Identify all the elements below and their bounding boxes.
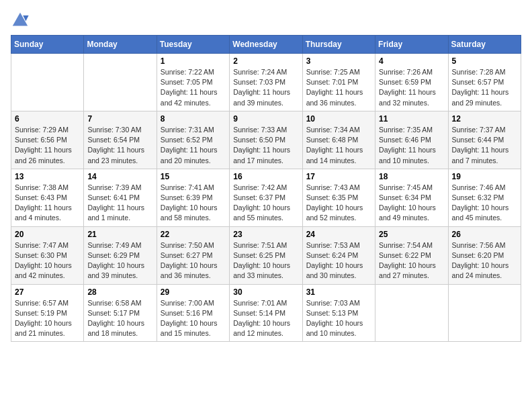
day-detail: Sunrise: 7:37 AM Sunset: 6:44 PM Dayligh… bbox=[452, 125, 517, 166]
calendar-cell: 27Sunrise: 6:57 AM Sunset: 5:19 PM Dayli… bbox=[11, 284, 84, 342]
calendar-cell: 7Sunrise: 7:30 AM Sunset: 6:54 PM Daylig… bbox=[84, 111, 157, 169]
day-number: 11 bbox=[379, 114, 444, 124]
day-number: 13 bbox=[15, 172, 80, 181]
logo-icon bbox=[11, 11, 30, 30]
day-detail: Sunrise: 6:57 AM Sunset: 5:19 PM Dayligh… bbox=[15, 298, 80, 339]
day-detail: Sunrise: 7:34 AM Sunset: 6:48 PM Dayligh… bbox=[306, 125, 371, 166]
calendar-week-row: 6Sunrise: 7:29 AM Sunset: 6:56 PM Daylig… bbox=[11, 111, 521, 169]
calendar-cell: 6Sunrise: 7:29 AM Sunset: 6:56 PM Daylig… bbox=[11, 111, 84, 169]
calendar-cell: 23Sunrise: 7:51 AM Sunset: 6:25 PM Dayli… bbox=[230, 226, 302, 284]
day-number: 28 bbox=[87, 287, 152, 297]
calendar-cell: 15Sunrise: 7:41 AM Sunset: 6:39 PM Dayli… bbox=[157, 169, 229, 226]
calendar-cell: 26Sunrise: 7:56 AM Sunset: 6:20 PM Dayli… bbox=[448, 226, 521, 284]
day-number: 16 bbox=[233, 172, 298, 181]
calendar-header-row: SundayMondayTuesdayWednesdayThursdayFrid… bbox=[11, 36, 521, 54]
calendar-cell: 28Sunrise: 6:58 AM Sunset: 5:17 PM Dayli… bbox=[84, 284, 157, 342]
calendar-header-tuesday: Tuesday bbox=[157, 36, 229, 54]
calendar-header-saturday: Saturday bbox=[448, 36, 521, 54]
day-detail: Sunrise: 7:28 AM Sunset: 6:57 PM Dayligh… bbox=[452, 67, 517, 108]
day-number: 6 bbox=[15, 114, 80, 124]
calendar-header-wednesday: Wednesday bbox=[230, 36, 302, 54]
day-detail: Sunrise: 7:50 AM Sunset: 6:27 PM Dayligh… bbox=[161, 240, 226, 281]
day-number: 22 bbox=[161, 230, 226, 239]
day-number: 17 bbox=[306, 172, 371, 181]
day-number: 7 bbox=[87, 114, 152, 124]
calendar-cell bbox=[375, 284, 448, 342]
calendar-cell: 9Sunrise: 7:33 AM Sunset: 6:50 PM Daylig… bbox=[230, 111, 302, 169]
day-detail: Sunrise: 7:56 AM Sunset: 6:20 PM Dayligh… bbox=[452, 240, 517, 281]
calendar-cell: 25Sunrise: 7:54 AM Sunset: 6:22 PM Dayli… bbox=[375, 226, 448, 284]
day-number: 14 bbox=[87, 172, 152, 181]
day-number: 9 bbox=[233, 114, 298, 124]
calendar-week-row: 1Sunrise: 7:22 AM Sunset: 7:05 PM Daylig… bbox=[11, 54, 521, 111]
day-detail: Sunrise: 7:53 AM Sunset: 6:24 PM Dayligh… bbox=[306, 240, 371, 281]
day-number: 27 bbox=[15, 287, 80, 297]
day-number: 19 bbox=[452, 172, 517, 181]
day-number: 20 bbox=[15, 230, 80, 239]
day-number: 23 bbox=[233, 230, 298, 239]
calendar-cell: 5Sunrise: 7:28 AM Sunset: 6:57 PM Daylig… bbox=[448, 54, 521, 111]
calendar-cell bbox=[84, 54, 157, 111]
calendar-cell: 22Sunrise: 7:50 AM Sunset: 6:27 PM Dayli… bbox=[157, 226, 229, 284]
day-number: 25 bbox=[379, 230, 444, 239]
calendar-cell: 24Sunrise: 7:53 AM Sunset: 6:24 PM Dayli… bbox=[302, 226, 375, 284]
day-detail: Sunrise: 7:29 AM Sunset: 6:56 PM Dayligh… bbox=[15, 125, 80, 166]
calendar-table: SundayMondayTuesdayWednesdayThursdayFrid… bbox=[11, 35, 521, 342]
day-detail: Sunrise: 6:58 AM Sunset: 5:17 PM Dayligh… bbox=[87, 298, 152, 339]
calendar-header-monday: Monday bbox=[84, 36, 157, 54]
day-detail: Sunrise: 7:35 AM Sunset: 6:46 PM Dayligh… bbox=[379, 125, 444, 166]
day-detail: Sunrise: 7:33 AM Sunset: 6:50 PM Dayligh… bbox=[233, 125, 298, 166]
calendar-cell: 31Sunrise: 7:03 AM Sunset: 5:13 PM Dayli… bbox=[302, 284, 375, 342]
day-number: 18 bbox=[379, 172, 444, 181]
day-number: 29 bbox=[161, 287, 226, 297]
day-number: 26 bbox=[452, 230, 517, 239]
day-detail: Sunrise: 7:47 AM Sunset: 6:30 PM Dayligh… bbox=[15, 240, 80, 281]
logo bbox=[11, 11, 31, 30]
calendar-cell: 1Sunrise: 7:22 AM Sunset: 7:05 PM Daylig… bbox=[157, 54, 229, 111]
day-detail: Sunrise: 7:38 AM Sunset: 6:43 PM Dayligh… bbox=[15, 183, 80, 224]
day-number: 4 bbox=[379, 56, 444, 66]
calendar-cell: 3Sunrise: 7:25 AM Sunset: 7:01 PM Daylig… bbox=[302, 54, 375, 111]
calendar-header-thursday: Thursday bbox=[302, 36, 375, 54]
calendar-cell: 12Sunrise: 7:37 AM Sunset: 6:44 PM Dayli… bbox=[448, 111, 521, 169]
day-detail: Sunrise: 7:25 AM Sunset: 7:01 PM Dayligh… bbox=[306, 67, 371, 108]
day-detail: Sunrise: 7:00 AM Sunset: 5:16 PM Dayligh… bbox=[161, 298, 226, 339]
day-detail: Sunrise: 7:41 AM Sunset: 6:39 PM Dayligh… bbox=[161, 183, 226, 224]
day-detail: Sunrise: 7:24 AM Sunset: 7:03 PM Dayligh… bbox=[233, 67, 298, 108]
day-number: 10 bbox=[306, 114, 371, 124]
day-number: 21 bbox=[87, 230, 152, 239]
calendar-cell: 11Sunrise: 7:35 AM Sunset: 6:46 PM Dayli… bbox=[375, 111, 448, 169]
calendar-cell: 19Sunrise: 7:46 AM Sunset: 6:32 PM Dayli… bbox=[448, 169, 521, 226]
day-detail: Sunrise: 7:43 AM Sunset: 6:35 PM Dayligh… bbox=[306, 183, 371, 224]
day-detail: Sunrise: 7:31 AM Sunset: 6:52 PM Dayligh… bbox=[161, 125, 226, 166]
calendar-week-row: 13Sunrise: 7:38 AM Sunset: 6:43 PM Dayli… bbox=[11, 169, 521, 226]
page-header bbox=[11, 11, 521, 30]
day-detail: Sunrise: 7:51 AM Sunset: 6:25 PM Dayligh… bbox=[233, 240, 298, 281]
day-number: 1 bbox=[161, 56, 226, 66]
day-number: 5 bbox=[452, 56, 517, 66]
day-number: 8 bbox=[161, 114, 226, 124]
day-detail: Sunrise: 7:49 AM Sunset: 6:29 PM Dayligh… bbox=[87, 240, 152, 281]
day-detail: Sunrise: 7:26 AM Sunset: 6:59 PM Dayligh… bbox=[379, 67, 444, 108]
day-number: 31 bbox=[306, 287, 371, 297]
calendar-cell: 18Sunrise: 7:45 AM Sunset: 6:34 PM Dayli… bbox=[375, 169, 448, 226]
calendar-cell bbox=[448, 284, 521, 342]
calendar-cell: 17Sunrise: 7:43 AM Sunset: 6:35 PM Dayli… bbox=[302, 169, 375, 226]
calendar-cell: 4Sunrise: 7:26 AM Sunset: 6:59 PM Daylig… bbox=[375, 54, 448, 111]
calendar-cell: 20Sunrise: 7:47 AM Sunset: 6:30 PM Dayli… bbox=[11, 226, 84, 284]
calendar-cell bbox=[11, 54, 84, 111]
day-detail: Sunrise: 7:03 AM Sunset: 5:13 PM Dayligh… bbox=[306, 298, 371, 339]
day-detail: Sunrise: 7:45 AM Sunset: 6:34 PM Dayligh… bbox=[379, 183, 444, 224]
day-number: 2 bbox=[233, 56, 298, 66]
day-detail: Sunrise: 7:01 AM Sunset: 5:14 PM Dayligh… bbox=[233, 298, 298, 339]
day-detail: Sunrise: 7:42 AM Sunset: 6:37 PM Dayligh… bbox=[233, 183, 298, 224]
day-detail: Sunrise: 7:39 AM Sunset: 6:41 PM Dayligh… bbox=[87, 183, 152, 224]
calendar-week-row: 27Sunrise: 6:57 AM Sunset: 5:19 PM Dayli… bbox=[11, 284, 521, 342]
day-number: 30 bbox=[233, 287, 298, 297]
calendar-cell: 8Sunrise: 7:31 AM Sunset: 6:52 PM Daylig… bbox=[157, 111, 229, 169]
calendar-cell: 29Sunrise: 7:00 AM Sunset: 5:16 PM Dayli… bbox=[157, 284, 229, 342]
day-number: 24 bbox=[306, 230, 371, 239]
day-number: 15 bbox=[161, 172, 226, 181]
calendar-cell: 10Sunrise: 7:34 AM Sunset: 6:48 PM Dayli… bbox=[302, 111, 375, 169]
calendar-cell: 30Sunrise: 7:01 AM Sunset: 5:14 PM Dayli… bbox=[230, 284, 302, 342]
